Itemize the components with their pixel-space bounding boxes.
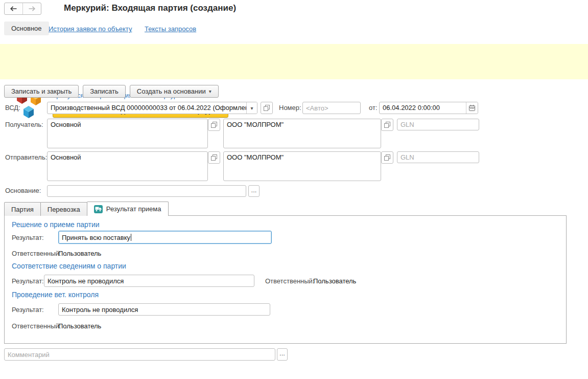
vsd-dropdown-button[interactable]: ▾ — [246, 102, 257, 114]
receiver-warehouse-field[interactable]: Основной — [47, 119, 208, 148]
receiver-gln-input[interactable] — [397, 119, 479, 130]
receiver-label: Получатель: — [5, 121, 43, 128]
sender-company-field[interactable]: ООО "МОЛПРОМ" — [223, 151, 381, 181]
open-link-icon — [384, 122, 390, 128]
create-based-on-button[interactable]: Создать на основании ▾ — [130, 85, 219, 98]
open-link-icon — [264, 105, 270, 111]
comment-select-button[interactable]: ... — [277, 348, 288, 361]
section-vet-control-title: Проведение вет. контроля — [12, 291, 99, 299]
vet-responsible-label: Ответственный: — [12, 322, 61, 330]
conformity-responsible-value: Пользователь — [313, 277, 356, 285]
basis-select-button[interactable]: ... — [248, 185, 260, 197]
comment-input[interactable] — [4, 348, 275, 361]
conformity-result-input[interactable] — [44, 275, 254, 287]
date-picker-button[interactable] — [466, 102, 478, 114]
arrow-right-icon — [28, 6, 36, 12]
vet-result-label: Результат: — [12, 306, 44, 314]
decision-result-label: Результат: — [12, 234, 44, 241]
number-label: Номер: — [279, 104, 301, 112]
decision-responsible-value: Пользователь — [58, 250, 101, 257]
save-close-button[interactable]: Записать и закрыть — [4, 85, 79, 98]
history-nav-group — [4, 3, 41, 15]
tab-acceptance-result[interactable]: Результат приема — [87, 202, 169, 216]
vsd-value: Производственный ВСД 00000000033 от 06.0… — [48, 102, 246, 114]
calendar-icon — [468, 104, 476, 112]
receiver-company-field[interactable]: ООО "МОЛПРОМ" — [223, 119, 381, 148]
basis-label: Основание: — [5, 187, 41, 194]
tab-transport[interactable]: Перевозка — [40, 202, 87, 216]
page-title: Меркурий: Входящая партия (создание) — [64, 3, 236, 13]
vet-responsible-value: Пользователь — [58, 322, 101, 330]
sender-warehouse-field[interactable]: Основной — [47, 151, 208, 181]
number-input[interactable] — [302, 102, 361, 114]
vet-result-input[interactable] — [58, 303, 270, 316]
sync-banner: Требуется синхронизация с ГИС Меркурий З… — [0, 44, 588, 79]
open-link-icon — [211, 122, 217, 128]
decision-responsible-label: Ответственный: — [12, 250, 61, 257]
tab-batch[interactable]: Партия — [4, 202, 41, 216]
vsd-label: ВСД: — [5, 104, 20, 112]
date-input-wrapper[interactable]: 06.04.2022 0:00:00 — [379, 102, 478, 114]
link-request-texts[interactable]: Тексты запросов — [145, 25, 196, 33]
sender-label: Отправитель: — [5, 153, 47, 161]
sender-warehouse-open-button[interactable] — [208, 151, 220, 164]
conformity-result-label: Результат: — [12, 277, 44, 285]
receiver-warehouse-open-button[interactable] — [208, 119, 220, 131]
tab-main[interactable]: Основное — [4, 21, 49, 35]
section-decision-title: Решение о приеме партии — [12, 220, 100, 229]
arrow-left-icon — [10, 6, 17, 12]
chevron-down-icon: ▾ — [250, 105, 253, 111]
truck-icon — [94, 205, 103, 213]
mercury-incoming-batch-window: Меркурий: Входящая партия (создание) Осн… — [0, 0, 588, 379]
vsd-open-button[interactable] — [261, 102, 273, 114]
save-button[interactable]: Записать — [83, 85, 126, 98]
acceptance-result-panel: Решение о приеме партии Результат: Приня… — [4, 215, 567, 344]
open-link-icon — [384, 154, 390, 161]
back-button[interactable] — [5, 3, 23, 14]
basis-input[interactable] — [47, 185, 246, 197]
date-value: 06.04.2022 0:00:00 — [380, 102, 466, 114]
text-caret — [131, 234, 131, 241]
document-tabs: Партия Перевозка Результат приема — [4, 202, 168, 216]
forward-button[interactable] — [23, 3, 41, 14]
sender-company-open-button[interactable] — [381, 151, 393, 164]
sender-gln-input[interactable] — [397, 151, 479, 163]
decision-result-input[interactable]: Принять всю поставку — [58, 231, 272, 244]
toolbar: Записать и закрыть Записать Создать на о… — [4, 85, 219, 98]
chevron-down-icon: ▾ — [209, 88, 211, 94]
section-conformity-title: Соответствие сведениям о партии — [12, 262, 126, 270]
conformity-responsible-label: Ответственный: — [265, 277, 314, 285]
link-history[interactable]: История заявок по объекту — [49, 25, 132, 33]
open-link-icon — [211, 154, 217, 161]
receiver-company-open-button[interactable] — [381, 119, 393, 131]
vsd-combo[interactable]: Производственный ВСД 00000000033 от 06.0… — [47, 102, 257, 114]
date-label: от: — [369, 104, 378, 112]
